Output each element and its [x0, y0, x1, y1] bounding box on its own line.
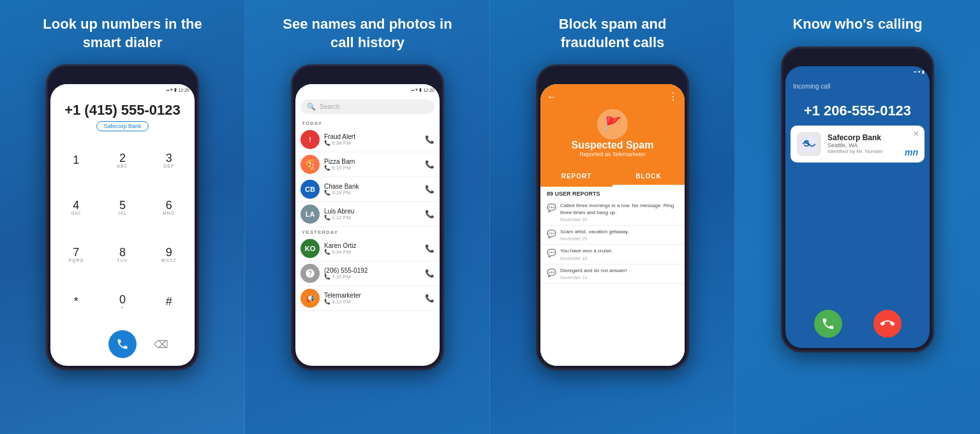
list-item[interactable]: KO Karen Ortiz 📞 9:34 PM 📞 [295, 236, 440, 261]
signal-icon: ▪▪ [167, 88, 170, 92]
phone-frame-1: ▪▪ ▾ ▮ 12:20 +1 (415) 555-0123 Safecorp … [46, 64, 199, 370]
battery-icon: ▮ [174, 87, 177, 92]
section-today: TODAY [295, 118, 440, 127]
status-icons-1: ▪▪ ▾ ▮ 12:20 [167, 87, 190, 92]
dial-key-4[interactable]: 4 GHI [53, 184, 100, 231]
clock: 12:20 [178, 88, 189, 92]
dial-key-9[interactable]: 9 WXYZ [145, 231, 192, 278]
call-time-karen: 📞 9:34 PM [324, 249, 420, 255]
battery-icon-2: ▮ [419, 87, 422, 92]
report-date-2: November 25 [560, 236, 629, 241]
phone-screen-1: ▪▪ ▾ ▮ 12:20 +1 (415) 555-0123 Safecorp … [50, 84, 195, 366]
spam-header: ← ⋮ 🚩 Suspected Spam Reported as Telemar… [540, 84, 685, 168]
dial-key-5[interactable]: 5 JKL [100, 184, 146, 231]
dial-num-1: 1 [73, 154, 79, 166]
spam-sublabel: Reported as Telemarketer [579, 151, 645, 157]
dialer-grid: 1 2 ABC 3 DEF 4 GHI [50, 136, 195, 325]
status-icons-4: ▪▪ ▾ ▮ [914, 69, 924, 75]
report-text-4: Disregard and do not answer! [560, 268, 627, 274]
report-text-1: Called three mornings in a row. No messa… [560, 203, 678, 216]
avatar-chase: CB [301, 180, 320, 199]
dial-letters-9: WXYZ [161, 258, 177, 263]
dial-letters-4: GHI [71, 211, 81, 215]
call-name-luis: Luis Abreu [324, 208, 420, 215]
phone-screen-2: ▪▪ ▾ ▮ 12:20 🔍 Search TODAY ! Fraud Aler… [295, 84, 440, 366]
caller-logo: S [797, 132, 821, 156]
list-item[interactable]: (206) 555-0192 📞 7:10 PM 📞 [295, 261, 440, 286]
dial-letters-2: ABC [117, 164, 128, 168]
spam-label: Suspected Spam [572, 140, 654, 151]
call-icon-chase: 📞 [425, 185, 434, 194]
list-item: 💬 Disregard and do not answer! November … [540, 264, 685, 284]
dial-key-0[interactable]: 0 + [100, 278, 146, 325]
avatar-telemarketer: 📢 [301, 289, 320, 308]
report-button[interactable]: REPORT [540, 168, 612, 187]
section-yesterday: YESTERDAY [295, 227, 440, 236]
call-time-luis: 📞 1:12 PM [324, 215, 420, 221]
spam-actions: REPORT BLOCK [540, 168, 685, 187]
list-item[interactable]: CB Chase Bank 📞 3:29 PM 📞 [295, 177, 440, 202]
clock-2: 12:20 [423, 88, 434, 92]
back-icon[interactable]: ← [547, 91, 557, 103]
accept-call-button[interactable] [814, 310, 842, 338]
list-item[interactable]: 🍕 Pizza Barn 📞 5:15 PM 📞 [295, 152, 440, 177]
call-button[interactable] [108, 330, 137, 358]
panel-3-title: Block spam and fraudulent calls [523, 15, 702, 52]
dial-key-6[interactable]: 6 MNO [145, 184, 192, 231]
dial-num-4: 4 [73, 199, 79, 211]
contact-name-badge[interactable]: Safecorp Bank [96, 121, 148, 131]
call-icon-fraud: 📞 [425, 135, 434, 144]
incoming-spacer [785, 163, 930, 302]
list-item: 💬 You have won a cruise. November 18 [540, 245, 685, 264]
phone-screen-3: ← ⋮ 🚩 Suspected Spam Reported as Telemar… [540, 84, 685, 366]
block-button[interactable]: BLOCK [612, 168, 685, 187]
call-icon-karen: 📞 [425, 244, 434, 253]
call-info-chase: Chase Bank 📞 3:29 PM [324, 183, 420, 196]
dial-key-hash[interactable]: # [145, 278, 192, 325]
dial-key-8[interactable]: 8 TUV [100, 231, 146, 278]
dial-num-3: 3 [166, 152, 172, 164]
more-icon[interactable]: ⋮ [668, 90, 678, 103]
report-date-4: November 14 [560, 275, 627, 280]
list-item: 💬 Called three mornings in a row. No mes… [540, 199, 685, 226]
panel-1-title: Look up numbers in the smart dialer [33, 15, 212, 52]
list-item[interactable]: 📢 Telemarketer 📞 4:12 PM 📞 [295, 286, 440, 311]
dial-key-7[interactable]: 7 PQRS [53, 231, 100, 278]
call-info-fraud: Fraud Alert 📞 6:38 PM [324, 133, 420, 146]
search-bar[interactable]: 🔍 Search [301, 99, 434, 114]
list-item[interactable]: LA Luis Abreu 📞 1:12 PM 📞 [295, 202, 440, 227]
report-content-2: Scam artist, vacation getaway. November … [560, 229, 629, 241]
dial-letters-7: PQRS [68, 258, 84, 263]
phone-notch-2 [342, 70, 393, 79]
list-item: 💬 Scam artist, vacation getaway. Novembe… [540, 226, 685, 245]
panel-incoming: Know who's calling ▪▪ ▾ ▮ Incoming call … [735, 0, 980, 434]
decline-call-button[interactable] [873, 310, 902, 338]
phone-notch-4 [832, 52, 883, 61]
close-icon[interactable]: ✕ [913, 129, 919, 138]
mr-number-logo: mn [905, 147, 918, 157]
dial-letters-8: TUV [117, 258, 128, 263]
status-bar-4: ▪▪ ▾ ▮ [785, 66, 930, 78]
call-info-telemarketer: Telemarketer 📞 4:12 PM [324, 292, 420, 305]
panel-2-title: See names and photos in call history [278, 15, 457, 52]
dial-key-2[interactable]: 2 ABC [100, 136, 146, 184]
phone-notch-1 [97, 70, 148, 79]
dial-key-star[interactable]: * [53, 278, 100, 325]
call-info-karen: Karen Ortiz 📞 9:34 PM [324, 242, 420, 255]
call-buttons [785, 302, 930, 348]
dial-key-1[interactable]: 1 [53, 136, 100, 184]
search-placeholder: Search [320, 103, 340, 110]
delete-button[interactable]: ⌫ [149, 333, 172, 356]
call-icon-unknown: 📞 [425, 269, 434, 278]
incoming-number: +1 206-555-0123 [785, 90, 930, 126]
panel-4-title: Know who's calling [792, 15, 922, 34]
phone-screen-4: ▪▪ ▾ ▮ Incoming call +1 206-555-0123 S [785, 66, 930, 348]
call-info-luis: Luis Abreu 📞 1:12 PM [324, 208, 420, 221]
dial-num-hash: # [166, 296, 172, 307]
report-content-4: Disregard and do not answer! November 14 [560, 268, 627, 280]
dial-key-3[interactable]: 3 DEF [145, 136, 192, 184]
list-item[interactable]: ! Fraud Alert 📞 6:38 PM 📞 [295, 127, 440, 152]
wifi-icon: ▾ [170, 87, 173, 92]
dial-num-8: 8 [119, 247, 126, 258]
status-bar-1: ▪▪ ▾ ▮ 12:20 [50, 84, 195, 96]
